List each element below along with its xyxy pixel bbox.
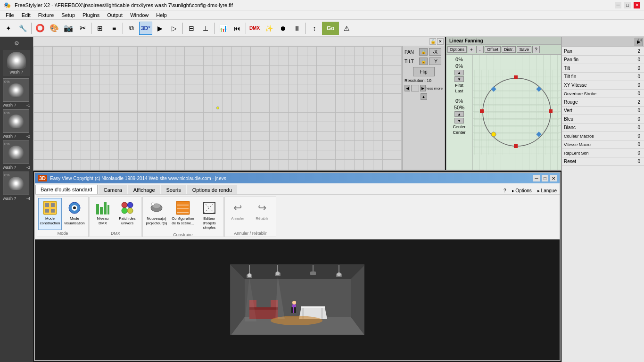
tool-copy[interactable]: ⧉ <box>125 22 138 35</box>
menu-fixture[interactable]: Fixture <box>34 11 58 19</box>
tool-fader-v[interactable]: ↕ <box>308 22 321 35</box>
svg-rect-45 <box>310 272 316 275</box>
lf-first-label: First <box>455 83 463 88</box>
scroll-up-btn[interactable]: ▲ <box>421 93 427 100</box>
pan-x-btn[interactable]: -X <box>429 48 441 56</box>
lf-last-label: Last <box>455 89 463 93</box>
lf-options-btn[interactable]: Options <box>447 46 467 53</box>
tool-grid[interactable]: ⊞ <box>93 22 107 35</box>
lf-help-btn[interactable]: ? <box>532 46 540 53</box>
more-label: more <box>434 86 443 90</box>
ev-visu-label: Modevisualisation <box>64 216 85 225</box>
tool-go[interactable]: Go <box>322 22 339 35</box>
lf-up2-btn[interactable]: ▲ <box>454 111 464 117</box>
tool-color-wheel[interactable]: 🎨 <box>48 22 61 35</box>
close-button[interactable]: ✕ <box>634 2 640 8</box>
tool-options[interactable]: 🔧 <box>16 22 29 35</box>
tool-camera[interactable]: 📷 <box>62 22 75 35</box>
pan-tilt-x-button[interactable]: ✕ <box>437 38 444 45</box>
ev-nouveau-btn[interactable]: Nouveau(x)projecteur(s) <box>144 198 169 231</box>
ev-close-btn[interactable]: ✕ <box>550 175 557 181</box>
tool-prev[interactable]: ⏮ <box>231 22 244 35</box>
prop-vert-value: 0 <box>623 108 642 113</box>
tool-bars[interactable]: 📊 <box>216 22 230 35</box>
fixture-item-1[interactable]: 0% wash 7 -1 <box>3 78 30 107</box>
ev-tab-camera[interactable]: Camera <box>99 185 127 194</box>
tool-list[interactable]: ≡ <box>107 22 121 35</box>
ev-patch-btn[interactable]: Patch desunivers <box>116 198 139 230</box>
tool-pause[interactable]: ⏸ <box>290 22 304 35</box>
sep5 <box>214 23 215 34</box>
ev-annuler-btn[interactable]: ↩ Annuler <box>226 198 249 230</box>
menu-plugins[interactable]: Plugins <box>79 11 103 19</box>
lf-offset-btn[interactable]: Offset <box>485 46 501 53</box>
tool-warn[interactable]: ⚠ <box>340 22 353 35</box>
lf-top-pct: 0% <box>455 57 463 62</box>
ev-retablir-btn[interactable]: ↪ Rétablir <box>250 198 274 230</box>
lf-plus-btn[interactable]: + <box>468 46 475 53</box>
pan-tilt-close-button[interactable]: 🔒 <box>429 38 436 45</box>
menu-window[interactable]: Window <box>126 11 152 19</box>
lf-minus-btn[interactable]: - <box>476 46 484 53</box>
menu-edit[interactable]: Edit <box>18 11 34 19</box>
ev-mode-construction-btn[interactable]: Modeconstruction <box>38 198 62 230</box>
ev-mode-group-label: Mode <box>38 231 87 236</box>
flip-btn[interactable]: Flip <box>413 67 435 76</box>
menu-help[interactable]: Help <box>152 11 171 19</box>
lf-up-btn[interactable]: ▲ <box>454 70 464 75</box>
less-btn[interactable]: ◀ <box>405 85 410 91</box>
pan-lock-btn[interactable]: 🔒 <box>419 48 428 56</box>
lf-circle-area[interactable] <box>472 55 561 170</box>
tool-circle[interactable]: ⭕ <box>33 22 47 35</box>
ev-niveau-dmx-btn[interactable]: NiveauDMX <box>91 198 115 230</box>
minimize-button[interactable]: ─ <box>615 2 621 8</box>
tilt-lock-btn[interactable]: 🔒 <box>419 58 428 65</box>
tilt-y-btn[interactable]: -Y <box>429 58 441 65</box>
fixture-icon-2 <box>8 115 24 128</box>
prop-bleu-value: 0 <box>623 116 642 122</box>
ev-scene-viewport[interactable] <box>35 239 560 360</box>
tool-faders[interactable]: ⊥ <box>199 22 212 35</box>
fixture-item-3[interactable]: 0% wash 7 -3 <box>3 140 30 170</box>
ev-config-btn[interactable]: Configurationde la scène... <box>170 198 196 231</box>
tool-play[interactable]: ▷ <box>167 22 181 35</box>
tool-dmx[interactable]: DMX <box>248 22 261 35</box>
ev-options-link[interactable]: ▸ Options <box>509 187 535 194</box>
fixture-settings[interactable]: ⚙ <box>12 39 21 48</box>
lf-down2-btn[interactable]: ▼ <box>454 118 464 123</box>
ev-mode-visu-btn[interactable]: Modevisualisation <box>63 198 86 230</box>
prop-pan-fin-name: Pan fin <box>564 57 623 62</box>
ev-editeur-btn[interactable]: Editeur d'objetssimples <box>197 198 222 231</box>
ev-maximize-btn[interactable]: □ <box>542 175 548 181</box>
ev-tab-rendu[interactable]: Options de rendu <box>187 185 237 194</box>
tool-select[interactable]: ✦ <box>2 22 15 35</box>
ev-tab-souris[interactable]: Souris <box>161 185 186 194</box>
ev-tab-affichage[interactable]: Affichage <box>128 185 160 194</box>
ev-minimize-btn[interactable]: ─ <box>533 175 540 181</box>
lf-save-btn[interactable]: Save <box>517 46 531 53</box>
ev-tab-toolbar[interactable]: Barre d'outils standard <box>35 185 98 194</box>
fixture-item-4[interactable]: 0% wash 7 -4 <box>3 172 30 201</box>
lf-distr-btn[interactable]: Distr. <box>502 46 516 53</box>
lf-center-label: Center <box>453 124 465 129</box>
tool-rec[interactable]: ⏺ <box>276 22 289 35</box>
tool-fx[interactable]: ✨ <box>262 22 275 35</box>
more-btn[interactable]: ▶ <box>420 85 426 91</box>
fixture-item-2[interactable]: 0% wash 7 -2 <box>3 109 30 139</box>
maximize-button[interactable]: □ <box>624 2 631 8</box>
tool-move[interactable]: ✂ <box>76 22 89 35</box>
ev-langue-link[interactable]: ▸ Langue <box>535 187 560 194</box>
tilt-label: TILT <box>405 59 418 64</box>
pan-tilt-grid[interactable] <box>33 46 402 170</box>
prop-ouverture: Ouverture Strobe 0 <box>562 90 644 98</box>
menu-output[interactable]: Output <box>103 11 126 19</box>
menu-file[interactable]: File <box>2 11 18 19</box>
tool-3d[interactable]: 3D° <box>139 22 152 35</box>
fixture-main[interactable]: wash 7 <box>3 50 30 76</box>
ev-help-link[interactable]: ? <box>501 187 509 194</box>
tool-dmx-grid[interactable]: ⊟ <box>185 22 198 35</box>
lf-down-btn[interactable]: ▼ <box>454 76 464 82</box>
tool-play-outline[interactable]: ▶ <box>153 22 166 35</box>
ev-construction-icon <box>41 199 58 216</box>
menu-setup[interactable]: Setup <box>58 11 79 19</box>
